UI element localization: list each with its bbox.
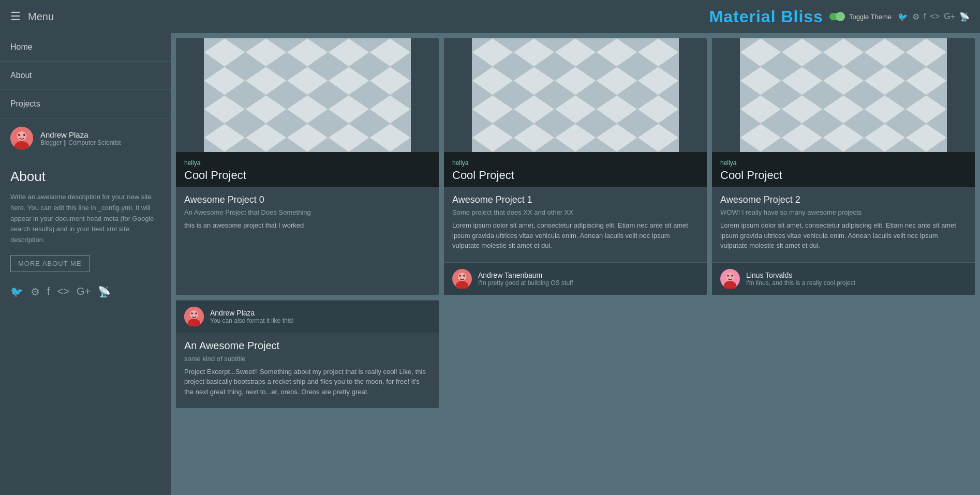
- topbar: ☰ Menu Material Bliss Toggle Theme 🐦 ⚙ f…: [0, 0, 980, 33]
- sidebar-rss-icon[interactable]: 📡: [98, 286, 111, 298]
- menu-label: Menu: [28, 11, 54, 23]
- project-card-3: Andrew Plaza You can also format it like…: [176, 300, 439, 409]
- svg-point-3: [18, 134, 20, 136]
- sidebar-gplus-icon[interactable]: G+: [77, 286, 91, 298]
- author-name: Linus Torvalds: [746, 271, 855, 279]
- main-layout: Home About Projects Andrew Plaza Blogger…: [0, 33, 980, 495]
- svg-point-16: [459, 275, 461, 277]
- sidebar-item-home[interactable]: Home: [0, 33, 171, 62]
- svg-rect-12: [472, 38, 679, 152]
- card-header-author: Andrew Plaza You can also format it like…: [176, 300, 439, 333]
- toggle-theme-label: Toggle Theme: [849, 13, 892, 21]
- card-subtitle: WOW! I really have so many awesome proje…: [720, 208, 967, 216]
- content-area: hellya Cool Project Awesome Project 0 An…: [171, 33, 980, 495]
- sidebar-user: Andrew Plaza Blogger || Computer Scienti…: [0, 118, 171, 158]
- user-name: Andrew Plaza: [40, 130, 121, 139]
- sidebar: Home About Projects Andrew Plaza Blogger…: [0, 33, 171, 495]
- sidebar-nav: Home About Projects: [0, 33, 171, 118]
- svg-rect-21: [740, 38, 947, 152]
- more-about-button[interactable]: MORE ABOUT ME: [10, 255, 90, 272]
- sidebar-github-icon[interactable]: ⚙: [31, 286, 40, 298]
- project-card-2: hellya Cool Project Awesome Project 2 WO…: [712, 38, 975, 295]
- svg-point-31: [195, 312, 197, 314]
- gplus-icon[interactable]: G+: [944, 12, 955, 22]
- card-project-title: Awesome Project 0: [184, 194, 430, 205]
- card-image: [712, 38, 975, 152]
- card-title: Cool Project: [720, 169, 967, 182]
- card-excerpt: Project Excerpt...Sweet!! Something abou…: [184, 367, 430, 397]
- card-excerpt: Lorem ipsum dolor sit amet, consectetur …: [720, 220, 967, 251]
- svg-point-26: [731, 275, 733, 277]
- header-author-desc: You can also format it like this!: [210, 317, 294, 324]
- header-author-avatar: [184, 307, 204, 326]
- card-tag: hellya: [184, 159, 430, 167]
- card-header: hellya Cool Project: [444, 152, 707, 187]
- author-desc: I'm pretty good at building OS stuff: [478, 279, 573, 287]
- avatar: [10, 127, 33, 149]
- toggle-theme-area: Toggle Theme: [829, 13, 892, 21]
- github-icon[interactable]: ⚙: [912, 12, 919, 22]
- project-card-0: hellya Cool Project Awesome Project 0 An…: [176, 38, 439, 295]
- card-project-title: An Awesome Project: [184, 340, 430, 352]
- author-avatar: [452, 269, 472, 289]
- rss-icon[interactable]: 📡: [959, 12, 970, 22]
- sidebar-about-desc: Write an awesome description for your ne…: [10, 192, 160, 246]
- card-body: Awesome Project 0 An Awesome Project tha…: [176, 187, 439, 295]
- svg-point-30: [191, 312, 193, 314]
- card-body: Awesome Project 2 WOW! I really have so …: [712, 187, 975, 262]
- sidebar-facebook-icon[interactable]: f: [47, 286, 50, 298]
- sidebar-about-title: About: [10, 169, 160, 185]
- card-project-title: Awesome Project 1: [452, 194, 699, 205]
- author-desc: I'm linus, and this is a really cool pro…: [746, 279, 855, 287]
- card-excerpt: this is an awesome project that I worked: [184, 220, 430, 231]
- header-author-name: Andrew Plaza: [210, 309, 294, 317]
- card-header: hellya Cool Project: [176, 152, 439, 187]
- project-card-1: hellya Cool Project Awesome Project 1 So…: [444, 38, 707, 295]
- svg-point-4: [23, 134, 25, 136]
- card-image: [444, 38, 707, 152]
- svg-point-17: [463, 275, 465, 277]
- facebook-icon[interactable]: f: [924, 12, 926, 22]
- code-icon[interactable]: <>: [930, 12, 940, 22]
- card-image: [176, 38, 439, 152]
- sidebar-about-section: About Write an awesome description for y…: [0, 158, 171, 277]
- sidebar-social-icons: 🐦 ⚙ f <> G+ 📡: [0, 277, 171, 306]
- card-subtitle: An Awesome Project that Does Something: [184, 208, 430, 216]
- card-header: hellya Cool Project: [712, 152, 975, 187]
- card-body: Awesome Project 1 Some project that does…: [444, 187, 707, 262]
- sidebar-item-about[interactable]: About: [0, 62, 171, 90]
- sidebar-item-projects[interactable]: Projects: [0, 90, 171, 118]
- svg-rect-8: [204, 38, 411, 152]
- card-tag: hellya: [720, 159, 967, 167]
- card-title: Cool Project: [184, 169, 430, 182]
- user-subtitle: Blogger || Computer Scientist: [40, 139, 121, 146]
- card-title: Cool Project: [452, 169, 699, 182]
- theme-toggle[interactable]: [829, 13, 845, 20]
- brand-title: Material Bliss: [709, 7, 823, 26]
- card-subtitle: Some project that does XX and other XX: [452, 208, 699, 216]
- card-tag: hellya: [452, 159, 699, 167]
- author-avatar: [720, 269, 740, 289]
- card-author: Linus Torvalds I'm linus, and this is a …: [712, 262, 975, 295]
- hamburger-icon[interactable]: ☰: [10, 10, 21, 23]
- card-subtitle: some kind of subtitle: [184, 355, 430, 363]
- topbar-social-icons: 🐦 ⚙ f <> G+ 📡: [898, 12, 970, 22]
- svg-point-25: [727, 275, 729, 277]
- card-excerpt: Lorem ipsum dolor sit amet, consectetur …: [452, 220, 699, 251]
- author-name: Andrew Tanenbaum: [478, 271, 573, 279]
- card-body: An Awesome Project some kind of subtitle…: [176, 333, 439, 409]
- sidebar-twitter-icon[interactable]: 🐦: [10, 286, 23, 298]
- sidebar-code-icon[interactable]: <>: [57, 286, 69, 298]
- card-project-title: Awesome Project 2: [720, 194, 967, 205]
- twitter-icon[interactable]: 🐦: [898, 12, 908, 22]
- card-author: Andrew Tanenbaum I'm pretty good at buil…: [444, 262, 707, 295]
